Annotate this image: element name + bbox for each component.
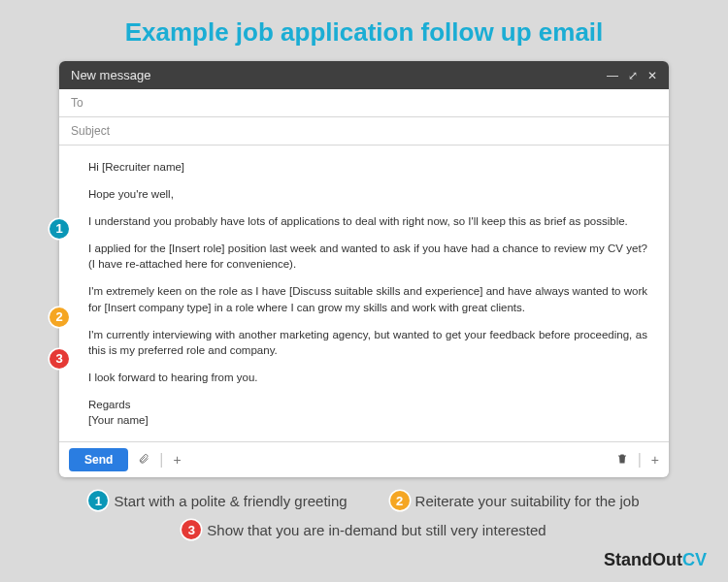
legend: 1 Start with a polite & friendly greetin… xyxy=(53,491,675,539)
paragraph-5: I look forward to hearing from you. xyxy=(88,370,647,385)
send-button[interactable]: Send xyxy=(69,448,128,471)
legend-text-1: Start with a polite & friendly greeting xyxy=(114,493,347,509)
plus-icon-right[interactable]: + xyxy=(651,452,659,468)
expand-icon[interactable]: ⤢ xyxy=(628,69,638,82)
compose-window: New message — ⤢ ✕ To Subject 1 2 3 Hi [R… xyxy=(59,61,669,477)
legend-text-3: Show that you are in-demand but still ve… xyxy=(207,522,546,538)
legend-item-2: 2 Reiterate your suitability for the job xyxy=(390,491,640,510)
legend-item-1: 1 Start with a polite & friendly greetin… xyxy=(88,491,347,510)
email-body[interactable]: 1 2 3 Hi [Recruiter name] Hope you're we… xyxy=(59,146,669,441)
hope-line: Hope you're well, xyxy=(88,186,647,202)
signoff: Regards [Your name] xyxy=(88,397,647,428)
to-field[interactable]: To xyxy=(59,89,669,117)
paragraph-2: I applied for the [Insert role] position… xyxy=(88,241,647,272)
badge-1-legend: 1 xyxy=(88,491,108,510)
divider: | xyxy=(638,451,642,469)
plus-icon-left[interactable]: + xyxy=(174,452,182,468)
trash-icon[interactable] xyxy=(616,452,628,469)
page-title: Example job application follow up email xyxy=(0,0,728,61)
brand-logo: StandOutCV xyxy=(604,550,707,570)
legend-text-2: Reiterate your suitability for the job xyxy=(415,493,640,509)
close-icon[interactable]: ✕ xyxy=(647,69,657,82)
badge-2: 2 xyxy=(50,307,69,327)
window-title: New message xyxy=(71,68,150,82)
paragraph-4: I'm currently interviewing with another … xyxy=(88,327,647,358)
window-titlebar: New message — ⤢ ✕ xyxy=(59,61,669,89)
attachment-icon[interactable] xyxy=(138,452,149,469)
subject-field[interactable]: Subject xyxy=(59,117,669,146)
paragraph-3: I'm extremely keen on the role as I have… xyxy=(88,283,647,314)
paragraph-1: I understand you probably have lots of a… xyxy=(88,213,647,229)
badge-1: 1 xyxy=(50,219,69,239)
badge-3: 3 xyxy=(50,349,69,369)
badge-2-legend: 2 xyxy=(390,491,410,510)
badge-3-legend: 3 xyxy=(182,520,201,539)
legend-item-3: 3 Show that you are in-demand but still … xyxy=(182,520,546,539)
divider: | xyxy=(159,451,163,469)
minimize-icon[interactable]: — xyxy=(607,69,618,82)
greeting: Hi [Recruiter name] xyxy=(88,159,647,175)
compose-toolbar: Send | + | + xyxy=(59,441,669,477)
